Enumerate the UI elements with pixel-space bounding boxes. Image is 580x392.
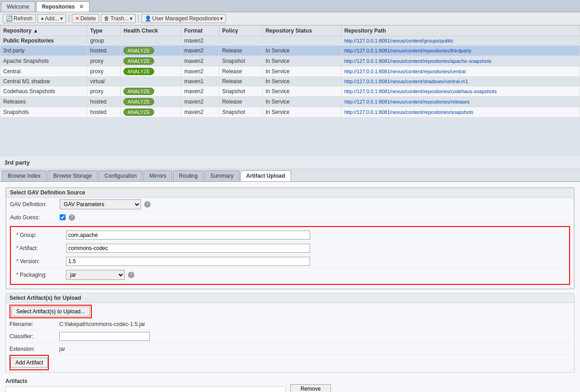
extension-label: Extension: [9,346,59,352]
delete-icon: ✕ [75,15,80,22]
col-path: Repository Path [341,26,580,36]
section-title: 3rd party [0,156,580,169]
row-health-check: ANALYZE [121,107,181,118]
extension-label-text: Extension: [9,346,35,352]
packaging-row: * Packaging: jarwarpomear ? [13,268,567,282]
upload-area: Select Artifact(s) to Upload... Filename… [6,303,574,372]
row-path[interactable]: http://127.0.0.1:8081/nexus/content/repo… [341,66,580,77]
path-link[interactable]: http://127.0.0.1:8081/nexus/content/repo… [344,99,470,104]
table-row[interactable]: 3rd partyhostedANALYZEmaven2ReleaseIn Se… [0,46,580,56]
user-managed-button[interactable]: 👤 User Managed Repositories ▾ [141,14,226,23]
row-path[interactable]: http://127.0.0.1:8081/nexus/content/repo… [341,97,580,107]
row-type: hosted [87,97,121,107]
analyze-button[interactable]: ANALYZE [123,109,154,116]
row-status: In Service [263,77,341,86]
path-link[interactable]: http://127.0.0.1:8081/nexus/content/repo… [344,89,497,94]
gav-fields-highlight: * Group: * Artifact: * [10,226,570,285]
add-artifact-button[interactable]: Add Artifact [10,358,48,368]
tab-summary[interactable]: Summary [204,170,239,181]
add-button[interactable]: ● Add... ▾ [38,14,66,23]
path-link[interactable]: http://127.0.0.1:8081/nexus/content/repo… [344,109,474,115]
analyze-button[interactable]: ANALYZE [123,98,154,105]
trash-button[interactable]: 🗑 Trash... ▾ [101,14,135,23]
path-link[interactable]: http://127.0.0.1:8081/nexus/content/repo… [344,69,466,74]
group-input[interactable] [66,231,310,240]
close-icon[interactable]: ✕ [79,4,84,10]
row-format: maven2 [181,107,219,118]
row-policy: Release [219,97,263,107]
path-link[interactable]: http://127.0.0.1:8081/nexus/content/repo… [344,58,491,64]
trash-label: Trash... [110,15,128,22]
select-artifacts-button[interactable]: Select Artifact(s) to Upload... [11,307,90,316]
analyze-button[interactable]: ANALYZE [123,57,154,65]
bottom-panel: 3rd party Browse Index Browse Storage Co… [0,156,580,392]
delete-button[interactable]: ✕ Delete [72,14,99,23]
classifier-input[interactable] [59,332,150,341]
table-row[interactable]: ReleaseshostedANALYZEmaven2ReleaseIn Ser… [0,97,580,107]
table-row[interactable]: Codehaus SnapshotsproxyANALYZEmaven2Snap… [0,86,580,97]
col-policy: Policy [219,26,263,36]
extension-value: jar [59,346,65,352]
row-path[interactable]: http://127.0.0.1:8081/nexus/content/repo… [341,46,580,56]
artifacts-layout: Artifacts Remove Remove All [5,376,575,392]
tab-welcome[interactable]: Welcome [1,1,35,12]
row-policy [219,36,263,46]
add-artifact-highlight: Add Artifact [9,355,49,370]
row-status: In Service [263,66,341,77]
tab-browse-index[interactable]: Browse Index [2,170,47,181]
path-link[interactable]: http://127.0.0.1:8081/nexus/content/shad… [344,79,468,84]
refresh-button[interactable]: 🔄 Refresh [3,14,36,23]
analyze-button[interactable]: ANALYZE [123,68,154,75]
row-format: maven2 [181,46,219,56]
tab-routing[interactable]: Routing [173,170,203,181]
table-row[interactable]: Central M1 shadowvirtualmaven1ReleaseIn … [0,77,580,86]
group-label: * Group: [16,232,66,238]
extension-row: Extension: jar [9,343,571,355]
gav-def-label-text: GAV Definition: [10,201,47,208]
row-path[interactable]: http://127.0.0.1:8081/nexus/content/repo… [341,86,580,97]
row-path[interactable]: http://127.0.0.1:8081/nexus/content/repo… [341,56,580,66]
auto-guess-label-text: Auto Guess: [10,214,40,221]
repository-table-section: Repository ▲ Type Health Check Format Po… [0,25,580,156]
help-icon-packaging[interactable]: ? [128,272,134,278]
help-icon-auto[interactable]: ? [69,214,75,221]
packaging-select[interactable]: jarwarpomear [66,270,125,280]
tab-welcome-label: Welcome [7,4,29,10]
gav-definition-select[interactable]: GAV ParametersFrom POM [60,199,141,209]
row-path[interactable]: http://127.0.0.1:8081/nexus/content/shad… [341,77,580,86]
auto-guess-checkbox[interactable] [60,214,66,220]
analyze-button[interactable]: ANALYZE [123,88,154,95]
col-status: Repository Status [263,26,341,36]
table-row[interactable]: CentralproxyANALYZEmaven2ReleaseIn Servi… [0,66,580,77]
tab-mirrors[interactable]: Mirrors [143,170,172,181]
classifier-label-text: Classifier: [9,333,33,340]
path-link[interactable]: http://127.0.0.1:8081/nexus/content/repo… [344,48,472,53]
row-health-check: ANALYZE [121,46,181,56]
tab-repositories[interactable]: Repositories ✕ [36,1,90,12]
path-link[interactable]: http://127.0.0.1:8081/nexus/content/grou… [344,38,453,43]
delete-label: Delete [80,15,96,22]
group-row: * Group: [13,229,567,242]
row-path[interactable]: http://127.0.0.1:8081/nexus/content/grou… [341,36,580,46]
row-type: group [87,36,121,46]
tab-configuration[interactable]: Configuration [99,170,142,181]
table-row[interactable]: Apache SnapshotsproxyANALYZEmaven2Snapsh… [0,56,580,66]
select-artifacts-title-text: Select Artifact(s) for Upload [9,295,81,301]
filename-label-text: Filename: [9,321,33,327]
row-path[interactable]: http://127.0.0.1:8081/nexus/content/repo… [341,107,580,118]
version-input[interactable] [66,257,310,266]
table-row[interactable]: Public Repositoriesgroupmaven2http://127… [0,36,580,46]
remove-button[interactable]: Remove [290,384,331,392]
upload-highlight: Select Artifact(s) to Upload... [9,305,92,318]
analyze-button[interactable]: ANALYZE [123,47,154,54]
row-status: In Service [263,46,341,56]
classifier-label: Classifier: [9,333,59,340]
artifact-label-text: Artifact: [19,245,38,251]
help-icon-gav[interactable]: ? [144,201,151,208]
tab-artifact-upload[interactable]: Artifact Upload [240,170,291,181]
tab-browse-storage[interactable]: Browse Storage [47,170,98,181]
artifact-input[interactable] [66,244,310,253]
artifact-label: * Artifact: [16,245,66,251]
table-row[interactable]: SnapshotshostedANALYZEmaven2SnapshotIn S… [0,107,580,118]
gav-section-title-text: Select GAV Definition Source [10,189,85,196]
